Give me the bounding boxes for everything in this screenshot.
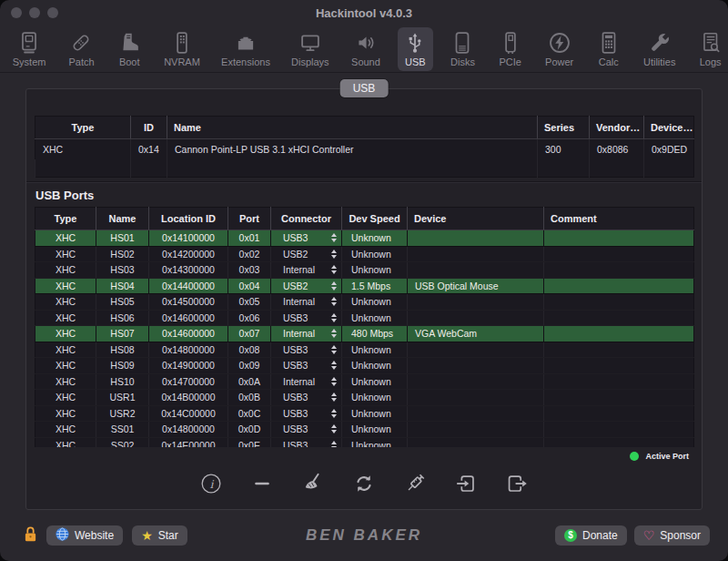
col-header-device[interactable]: Device… [644, 117, 694, 139]
ports-scroll-area[interactable]: Type Name Location ID Port Connector Dev… [26, 207, 702, 447]
toolbar-item-system[interactable]: System [7, 27, 51, 71]
refresh-button[interactable] [349, 468, 379, 499]
port-location-cell: 0x14E00000 [149, 437, 228, 447]
connector-popup[interactable]: Internal [271, 262, 341, 278]
toolbar-item-usb[interactable]: USB [398, 27, 433, 71]
sponsor-button[interactable]: ♡ Sponsor [634, 525, 710, 546]
port-row[interactable]: XHC HS05 0x14500000 0x05 Internal Unknow… [35, 294, 694, 311]
col-header-type[interactable]: Type [35, 117, 131, 139]
controllers-header-row: Type ID Name Series Vendor… Device… [35, 117, 694, 139]
port-row[interactable]: XHC HS10 0x14700000 0x0A Internal Unknow… [35, 373, 694, 390]
port-row[interactable]: XHC USR2 0x14C00000 0x0C USB3 Unknown [35, 405, 694, 422]
remove-port-button[interactable] [247, 468, 278, 499]
port-type-cell: XHC [35, 310, 96, 326]
toolbar-item-patch[interactable]: Patch [63, 27, 100, 71]
toolbar-item-power[interactable]: Power [540, 27, 579, 71]
col-header-location-id[interactable]: Location ID [149, 208, 228, 230]
connector-popup[interactable]: Internal [271, 374, 341, 390]
toolbar-item-calc[interactable]: Calc [591, 27, 626, 71]
col-header-type[interactable]: Type [35, 208, 96, 230]
connector-popup[interactable]: USB3 [271, 422, 341, 437]
comment-cell [544, 437, 694, 447]
toolbar-label: Power [545, 56, 573, 67]
port-row[interactable]: XHC HS07 0x14600000 0x07 Internal 480 Mb… [35, 326, 694, 342]
syringe-icon [401, 470, 429, 497]
toolbar-item-pcie[interactable]: PCIe [492, 27, 528, 71]
connector-popup[interactable]: USB3 [271, 230, 341, 246]
toolbar-item-disks[interactable]: Disks [445, 27, 481, 71]
toolbar-item-sound[interactable]: Sound [346, 27, 386, 71]
col-header-port[interactable]: Port [228, 208, 271, 230]
col-header-name[interactable]: Name [96, 208, 149, 230]
comment-cell [544, 262, 694, 279]
device-cell [408, 437, 544, 447]
controller-row[interactable]: XHC 0x14 Cannon Point-LP USB 3.1 xHCI Co… [35, 139, 694, 159]
info-button[interactable]: i [196, 468, 227, 499]
comment-cell [544, 342, 694, 358]
toolbar-item-boot[interactable]: Boot [112, 27, 147, 71]
connector-popup[interactable]: USB3 [271, 342, 341, 358]
port-type-cell: XHC [35, 294, 96, 311]
connector-popup[interactable]: USB3 [271, 438, 341, 448]
connector-popup[interactable]: USB2 [271, 247, 341, 262]
col-header-connector[interactable]: Connector [271, 208, 342, 230]
toolbar-item-displays[interactable]: Displays [287, 27, 334, 71]
lock-icon[interactable] [24, 525, 37, 546]
port-row[interactable]: XHC HS06 0x14600000 0x06 USB3 Unknown [35, 310, 694, 326]
port-row[interactable]: XHC SS01 0x14800000 0x0D USB3 Unknown [35, 422, 694, 438]
utilities-icon [648, 30, 672, 56]
donate-button[interactable]: $ Donate [555, 525, 627, 546]
port-row[interactable]: XHC HS08 0x14800000 0x08 USB3 Unknown [35, 342, 694, 358]
toolbar-item-logs[interactable]: Logs [693, 27, 728, 71]
port-row[interactable]: XHC SS02 0x14E00000 0x0E USB3 Unknown [35, 437, 694, 447]
port-number-cell: 0x0D [228, 422, 271, 438]
toolbar-item-utilities[interactable]: Utilities [638, 27, 681, 71]
dev-speed-cell: Unknown [342, 342, 408, 358]
port-row[interactable]: XHC HS09 0x14900000 0x09 USB3 Unknown [35, 358, 694, 374]
port-name-cell: HS09 [96, 358, 149, 374]
dev-speed-cell: Unknown [342, 246, 408, 262]
refresh-icon [350, 470, 378, 497]
connector-popup[interactable]: USB2 [271, 279, 341, 294]
clean-button[interactable] [298, 468, 329, 499]
col-header-dev-speed[interactable]: Dev Speed [342, 208, 408, 230]
port-name-cell: USR1 [96, 390, 149, 406]
connector-cell: USB3 [271, 310, 342, 326]
import-button[interactable] [450, 468, 481, 499]
website-label: Website [75, 529, 114, 542]
connector-popup[interactable]: USB3 [271, 406, 341, 422]
port-location-cell: 0x14400000 [149, 278, 228, 294]
connector-popup[interactable]: Internal [271, 294, 341, 310]
col-header-series[interactable]: Series [538, 117, 590, 139]
toolbar-label: Extensions [221, 56, 270, 67]
export-button[interactable] [501, 468, 532, 499]
connector-popup[interactable]: USB3 [271, 311, 341, 326]
col-header-comment[interactable]: Comment [544, 208, 694, 230]
connector-popup[interactable]: USB3 [271, 390, 341, 405]
tab-usb[interactable]: USB [340, 79, 389, 97]
col-header-device[interactable]: Device [408, 208, 544, 230]
power-icon [548, 30, 571, 56]
comment-cell [544, 294, 694, 311]
port-row[interactable]: XHC HS02 0x14200000 0x02 USB2 Unknown [35, 246, 694, 262]
port-row[interactable]: XHC HS03 0x14300000 0x03 Internal Unknow… [35, 262, 694, 279]
port-name-cell: HS03 [96, 262, 149, 279]
main-toolbar: System Patch Boot NVRAM Extensions Displ… [0, 26, 728, 73]
connector-popup[interactable]: USB3 [271, 358, 341, 373]
col-header-name[interactable]: Name [167, 117, 538, 139]
inject-button[interactable] [399, 468, 430, 499]
toolbar-item-extensions[interactable]: Extensions [217, 27, 274, 71]
export-icon [503, 470, 531, 497]
col-header-vendor[interactable]: Vendor… [590, 117, 644, 139]
website-button[interactable]: Website [46, 525, 123, 546]
toolbar-item-nvram[interactable]: NVRAM [159, 27, 206, 71]
port-row[interactable]: XHC HS01 0x14100000 0x01 USB3 Unknown [35, 230, 694, 247]
popup-arrows-icon [331, 265, 337, 274]
connector-popup[interactable]: Internal [271, 326, 341, 342]
star-button[interactable]: ★ Star [132, 525, 187, 546]
toolbar-label: Patch [68, 56, 94, 67]
col-header-id[interactable]: ID [131, 117, 167, 139]
device-cell [408, 262, 544, 279]
port-row[interactable]: XHC USR1 0x14B00000 0x0B USB3 Unknown [35, 390, 694, 406]
port-row[interactable]: XHC HS04 0x14400000 0x04 USB2 1.5 Mbps U… [35, 278, 694, 294]
